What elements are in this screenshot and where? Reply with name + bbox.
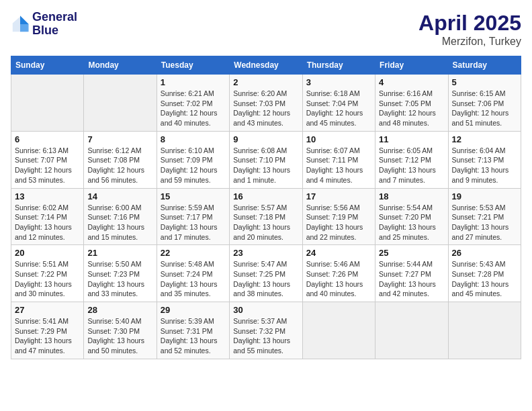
day-number: 22 [161, 248, 226, 258]
day-number: 7 [87, 134, 152, 144]
calendar-table: SundayMondayTuesdayWednesdayThursdayFrid… [11, 56, 521, 359]
day-info: Sunrise: 5:48 AM Sunset: 7:24 PM Dayligh… [161, 259, 226, 299]
day-number: 27 [15, 305, 80, 315]
logo-icon [11, 15, 30, 34]
day-number: 10 [306, 134, 371, 144]
day-info: Sunrise: 6:12 AM Sunset: 7:08 PM Dayligh… [87, 146, 152, 185]
col-header-friday: Friday [375, 56, 448, 75]
day-number: 23 [233, 248, 298, 258]
calendar-week-5: 27Sunrise: 5:41 AM Sunset: 7:29 PM Dayli… [11, 302, 521, 359]
calendar-cell: 9Sunrise: 6:08 AM Sunset: 7:10 PM Daylig… [230, 131, 302, 188]
day-number: 11 [379, 134, 444, 144]
calendar-cell: 1Sunrise: 6:21 AM Sunset: 7:02 PM Daylig… [157, 75, 229, 132]
calendar-cell: 27Sunrise: 5:41 AM Sunset: 7:29 PM Dayli… [11, 302, 84, 359]
day-info: Sunrise: 5:53 AM Sunset: 7:21 PM Dayligh… [452, 203, 517, 242]
page-header: General Blue April 2025 Merzifon, Turkey [11, 11, 521, 48]
day-info: Sunrise: 5:59 AM Sunset: 7:17 PM Dayligh… [161, 203, 226, 242]
day-info: Sunrise: 6:16 AM Sunset: 7:05 PM Dayligh… [379, 89, 444, 128]
col-header-sunday: Sunday [11, 56, 84, 75]
calendar-cell: 22Sunrise: 5:48 AM Sunset: 7:24 PM Dayli… [157, 245, 229, 302]
day-info: Sunrise: 5:41 AM Sunset: 7:29 PM Dayligh… [15, 316, 80, 356]
calendar-cell: 20Sunrise: 5:51 AM Sunset: 7:22 PM Dayli… [11, 245, 84, 302]
day-number: 17 [306, 191, 371, 201]
calendar-cell: 10Sunrise: 6:07 AM Sunset: 7:11 PM Dayli… [302, 131, 375, 188]
day-number: 30 [233, 305, 298, 315]
day-info: Sunrise: 5:37 AM Sunset: 7:32 PM Dayligh… [233, 316, 298, 356]
calendar-cell: 18Sunrise: 5:54 AM Sunset: 7:20 PM Dayli… [375, 188, 448, 245]
calendar-week-1: 1Sunrise: 6:21 AM Sunset: 7:02 PM Daylig… [11, 75, 521, 132]
day-number: 21 [87, 248, 152, 258]
calendar-cell: 2Sunrise: 6:20 AM Sunset: 7:03 PM Daylig… [230, 75, 302, 132]
calendar-body: 1Sunrise: 6:21 AM Sunset: 7:02 PM Daylig… [11, 75, 521, 359]
day-number: 20 [15, 248, 80, 258]
day-number: 6 [15, 134, 80, 144]
day-info: Sunrise: 6:05 AM Sunset: 7:12 PM Dayligh… [379, 146, 444, 185]
calendar-cell [302, 302, 375, 359]
day-number: 15 [161, 191, 226, 201]
day-number: 18 [379, 191, 444, 201]
day-info: Sunrise: 6:08 AM Sunset: 7:10 PM Dayligh… [233, 146, 298, 185]
logo-text: General Blue [32, 11, 77, 38]
day-info: Sunrise: 5:46 AM Sunset: 7:26 PM Dayligh… [306, 259, 371, 299]
day-number: 5 [452, 77, 517, 87]
day-info: Sunrise: 5:39 AM Sunset: 7:31 PM Dayligh… [161, 316, 226, 356]
col-header-thursday: Thursday [302, 56, 375, 75]
day-number: 25 [379, 248, 444, 258]
day-number: 28 [87, 305, 152, 315]
day-info: Sunrise: 5:43 AM Sunset: 7:28 PM Dayligh… [452, 259, 517, 299]
calendar-cell: 12Sunrise: 6:04 AM Sunset: 7:13 PM Dayli… [448, 131, 521, 188]
day-number: 12 [452, 134, 517, 144]
calendar-cell: 5Sunrise: 6:15 AM Sunset: 7:06 PM Daylig… [448, 75, 521, 132]
day-number: 29 [161, 305, 226, 315]
col-header-tuesday: Tuesday [157, 56, 229, 75]
day-info: Sunrise: 6:18 AM Sunset: 7:04 PM Dayligh… [306, 89, 371, 128]
calendar-cell: 26Sunrise: 5:43 AM Sunset: 7:28 PM Dayli… [448, 245, 521, 302]
day-info: Sunrise: 6:21 AM Sunset: 7:02 PM Dayligh… [161, 89, 226, 128]
day-info: Sunrise: 5:40 AM Sunset: 7:30 PM Dayligh… [87, 316, 152, 356]
day-number: 24 [306, 248, 371, 258]
calendar-header: SundayMondayTuesdayWednesdayThursdayFrid… [11, 56, 521, 75]
calendar-cell: 19Sunrise: 5:53 AM Sunset: 7:21 PM Dayli… [448, 188, 521, 245]
calendar-cell [448, 302, 521, 359]
day-number: 16 [233, 191, 298, 201]
day-number: 14 [87, 191, 152, 201]
day-info: Sunrise: 5:54 AM Sunset: 7:20 PM Dayligh… [379, 203, 444, 242]
calendar-cell: 24Sunrise: 5:46 AM Sunset: 7:26 PM Dayli… [302, 245, 375, 302]
calendar-week-4: 20Sunrise: 5:51 AM Sunset: 7:22 PM Dayli… [11, 245, 521, 302]
day-info: Sunrise: 6:07 AM Sunset: 7:11 PM Dayligh… [306, 146, 371, 185]
day-number: 3 [306, 77, 371, 87]
day-number: 2 [233, 77, 298, 87]
day-info: Sunrise: 6:02 AM Sunset: 7:14 PM Dayligh… [15, 203, 80, 242]
day-number: 26 [452, 248, 517, 258]
calendar-cell: 7Sunrise: 6:12 AM Sunset: 7:08 PM Daylig… [84, 131, 157, 188]
month-year: April 2025 [418, 11, 521, 36]
logo: General Blue [11, 11, 77, 38]
calendar-cell [84, 75, 157, 132]
calendar-cell: 25Sunrise: 5:44 AM Sunset: 7:27 PM Dayli… [375, 245, 448, 302]
svg-marker-2 [20, 15, 29, 32]
day-number: 1 [161, 77, 226, 87]
day-number: 8 [161, 134, 226, 144]
calendar-cell: 28Sunrise: 5:40 AM Sunset: 7:30 PM Dayli… [84, 302, 157, 359]
calendar-cell: 16Sunrise: 5:57 AM Sunset: 7:18 PM Dayli… [230, 188, 302, 245]
calendar-cell: 8Sunrise: 6:10 AM Sunset: 7:09 PM Daylig… [157, 131, 229, 188]
day-number: 9 [233, 134, 298, 144]
day-number: 4 [379, 77, 444, 87]
day-info: Sunrise: 5:57 AM Sunset: 7:18 PM Dayligh… [233, 203, 298, 242]
calendar-cell: 14Sunrise: 6:00 AM Sunset: 7:16 PM Dayli… [84, 188, 157, 245]
calendar-cell: 30Sunrise: 5:37 AM Sunset: 7:32 PM Dayli… [230, 302, 302, 359]
col-header-saturday: Saturday [448, 56, 521, 75]
calendar-cell: 4Sunrise: 6:16 AM Sunset: 7:05 PM Daylig… [375, 75, 448, 132]
col-header-monday: Monday [84, 56, 157, 75]
calendar-cell: 29Sunrise: 5:39 AM Sunset: 7:31 PM Dayli… [157, 302, 229, 359]
calendar-cell [11, 75, 84, 132]
day-info: Sunrise: 6:13 AM Sunset: 7:07 PM Dayligh… [15, 146, 80, 185]
day-info: Sunrise: 5:50 AM Sunset: 7:23 PM Dayligh… [87, 259, 152, 299]
calendar-cell: 3Sunrise: 6:18 AM Sunset: 7:04 PM Daylig… [302, 75, 375, 132]
day-info: Sunrise: 5:44 AM Sunset: 7:27 PM Dayligh… [379, 259, 444, 299]
calendar-cell: 11Sunrise: 6:05 AM Sunset: 7:12 PM Dayli… [375, 131, 448, 188]
day-info: Sunrise: 5:51 AM Sunset: 7:22 PM Dayligh… [15, 259, 80, 299]
col-header-wednesday: Wednesday [230, 56, 302, 75]
calendar-cell: 21Sunrise: 5:50 AM Sunset: 7:23 PM Dayli… [84, 245, 157, 302]
day-info: Sunrise: 5:56 AM Sunset: 7:19 PM Dayligh… [306, 203, 371, 242]
